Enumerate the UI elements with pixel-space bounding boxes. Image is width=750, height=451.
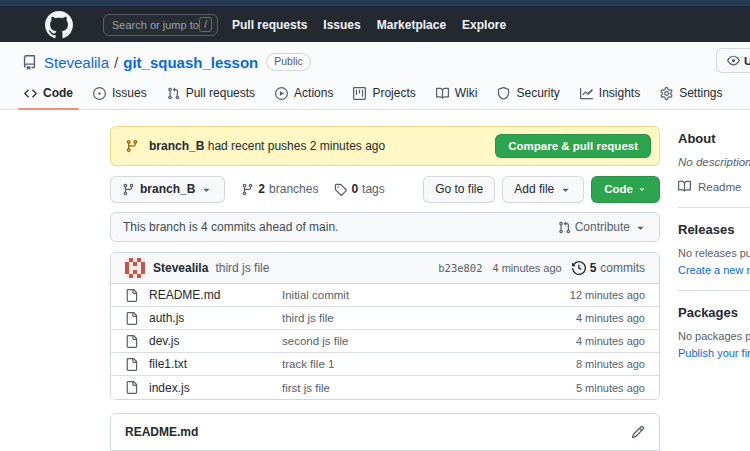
push-message: had recent pushes 2 minutes ago	[208, 139, 385, 153]
play-icon	[275, 87, 288, 100]
contribute-button[interactable]: Contribute	[558, 220, 647, 234]
tags-label: tags	[362, 182, 385, 196]
git-branch-icon	[125, 139, 139, 153]
identicon	[125, 258, 145, 278]
commit-history-link[interactable]: 5 commits	[572, 261, 645, 275]
chevron-down-icon	[637, 184, 647, 194]
branch-toolbar: branch_B 2 branches 0 tags Go to file	[110, 175, 660, 203]
header-nav: Pull requests Issues Marketplace Explore	[232, 18, 506, 32]
git-branch-icon	[241, 183, 254, 196]
code-icon	[24, 87, 37, 100]
avatar[interactable]	[125, 258, 145, 278]
chevron-down-icon	[634, 221, 647, 234]
tab-actions[interactable]: Actions	[265, 79, 343, 109]
file-icon	[125, 335, 138, 348]
file-icon	[125, 312, 138, 325]
create-release-link[interactable]: Create a new release	[678, 264, 750, 276]
commit-meta: b23e802 4 minutes ago 5 commits	[438, 261, 645, 275]
toolbar-right-actions: Go to file Add file Code	[423, 176, 660, 203]
file-name-link[interactable]: README.md	[149, 288, 274, 302]
nav-explore[interactable]: Explore	[462, 18, 506, 32]
tab-security[interactable]: Security	[487, 79, 569, 109]
tab-insights[interactable]: Insights	[570, 79, 650, 109]
branches-link[interactable]: 2 branches	[241, 182, 318, 196]
add-file-button[interactable]: Add file	[502, 176, 584, 203]
push-banner-text: branch_B had recent pushes 2 minutes ago	[149, 139, 495, 153]
go-to-file-button[interactable]: Go to file	[423, 176, 495, 203]
readme-link[interactable]: Readme	[678, 180, 750, 193]
github-logo-icon[interactable]	[45, 11, 73, 39]
tab-label: Issues	[112, 86, 147, 100]
push-branch-name: branch_B	[149, 139, 204, 153]
table-row[interactable]: file1.txt track file 1 8 minutes ago	[111, 353, 659, 376]
file-name-link[interactable]: dev.js	[149, 334, 274, 348]
file-icon	[125, 381, 138, 394]
table-row[interactable]: dev.js second js file 4 minutes ago	[111, 330, 659, 353]
file-name-link[interactable]: auth.js	[149, 311, 274, 325]
tab-code[interactable]: Code	[14, 79, 83, 109]
commit-message-link[interactable]: third js file	[215, 261, 269, 275]
nav-issues[interactable]: Issues	[323, 18, 360, 32]
tab-settings[interactable]: Settings	[650, 79, 732, 109]
compare-pull-request-button[interactable]: Compare & pull request	[495, 134, 651, 158]
about-title: About	[678, 131, 750, 146]
file-icon	[125, 289, 138, 302]
publish-package-link[interactable]: Publish your first package	[678, 347, 750, 359]
tab-pull-requests[interactable]: Pull requests	[157, 79, 265, 109]
tab-projects[interactable]: Projects	[343, 79, 425, 109]
nav-pull-requests[interactable]: Pull requests	[232, 18, 307, 32]
search-input[interactable]	[112, 19, 199, 31]
unwatch-label: Unwatch	[744, 55, 750, 67]
repo-owner-link[interactable]: Stevealila	[44, 54, 109, 71]
commit-hash-link[interactable]: b23e802	[438, 262, 482, 274]
book-icon	[436, 87, 449, 100]
commits-label: commits	[600, 261, 645, 275]
file-name-link[interactable]: index.js	[149, 381, 274, 395]
git-pull-request-icon	[167, 87, 180, 100]
pencil-icon[interactable]	[631, 425, 645, 439]
table-row[interactable]: index.js first js file 5 minutes ago	[111, 376, 659, 399]
releases-empty-text: No releases published	[678, 247, 750, 259]
commits-count: 5	[590, 261, 597, 275]
table-row[interactable]: auth.js third js file 4 minutes ago	[111, 307, 659, 330]
issue-opened-icon	[93, 87, 106, 100]
file-commit-message-link[interactable]: second js file	[282, 335, 568, 347]
file-commit-time: 12 minutes ago	[570, 289, 645, 301]
repo-tab-bar: Code Issues Pull requests Actions Projec…	[0, 79, 750, 110]
branch-ahead-bar: This branch is 4 commits ahead of main. …	[110, 212, 660, 242]
branches-label: branches	[269, 182, 318, 196]
file-commit-message-link[interactable]: Initial commit	[282, 289, 562, 301]
history-icon	[572, 261, 586, 275]
file-commit-message-link[interactable]: third js file	[282, 312, 568, 324]
file-commit-time: 8 minutes ago	[576, 358, 645, 370]
file-commit-message-link[interactable]: track file 1	[282, 358, 568, 370]
page-content: branch_B had recent pushes 2 minutes ago…	[0, 110, 750, 451]
tab-label: Actions	[294, 86, 333, 100]
file-name-link[interactable]: file1.txt	[149, 357, 274, 371]
tab-label: Code	[43, 86, 73, 100]
eye-icon	[727, 54, 740, 67]
commit-author-link[interactable]: Stevealila	[153, 261, 208, 275]
tab-wiki[interactable]: Wiki	[426, 79, 488, 109]
code-download-button[interactable]: Code	[591, 176, 660, 203]
contribute-label: Contribute	[575, 220, 630, 234]
tags-link[interactable]: 0 tags	[334, 182, 384, 196]
global-search[interactable]: /	[103, 14, 218, 36]
releases-title: Releases	[678, 222, 750, 237]
repo-name-link[interactable]: git_squash_lesson	[123, 54, 258, 71]
table-row[interactable]: README.md Initial commit 12 minutes ago	[111, 284, 659, 307]
file-commit-time: 5 minutes ago	[576, 382, 645, 394]
file-commit-message-link[interactable]: first js file	[282, 382, 568, 394]
unwatch-button[interactable]: Unwatch	[716, 48, 750, 73]
git-branch-icon	[122, 183, 135, 196]
repo-separator: /	[114, 54, 118, 71]
nav-marketplace[interactable]: Marketplace	[377, 18, 446, 32]
shield-icon	[497, 87, 510, 100]
branch-selector-button[interactable]: branch_B	[110, 176, 225, 203]
book-icon	[678, 180, 691, 193]
chevron-down-icon	[559, 183, 572, 196]
file-icon	[125, 358, 138, 371]
readme-section: README.md	[110, 413, 660, 451]
tab-issues[interactable]: Issues	[83, 79, 157, 109]
sidebar: About No description, website, or topics…	[678, 110, 750, 451]
